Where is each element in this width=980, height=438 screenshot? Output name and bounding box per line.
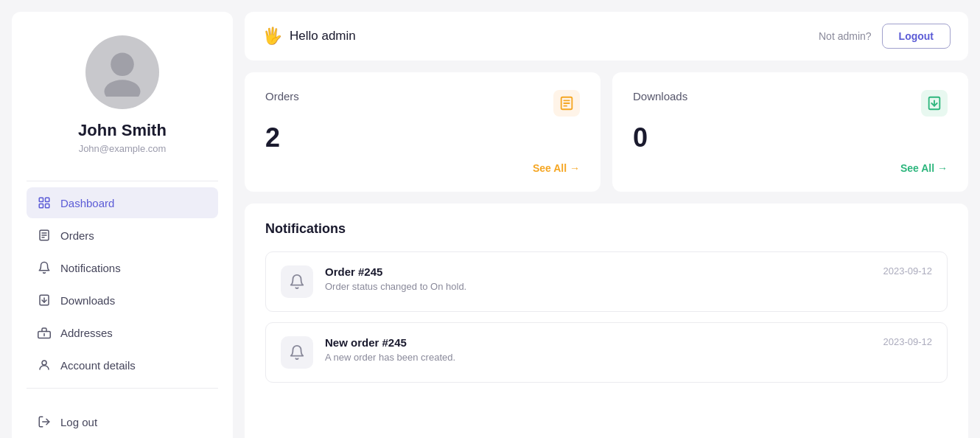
- sidebar-item-label-dashboard: Dashboard: [60, 197, 114, 209]
- sidebar-item-account-details[interactable]: Account details: [27, 350, 218, 380]
- addresses-icon: [37, 325, 52, 340]
- hello-text: Hello admin: [290, 29, 356, 44]
- notif-content-1: Order #245 Order status changed to On ho…: [325, 265, 932, 292]
- not-admin-text: Not admin?: [819, 30, 872, 42]
- sidebar-item-logout[interactable]: Log out: [27, 406, 218, 437]
- logout-icon: [37, 414, 52, 429]
- dashboard-icon: [37, 195, 52, 210]
- sidebar-item-dashboard[interactable]: Dashboard: [27, 187, 218, 218]
- nav-list: Dashboard Orders Notificatio: [27, 187, 218, 382]
- logout-button[interactable]: Logout: [882, 24, 951, 49]
- header-right: Not admin? Logout: [819, 24, 951, 49]
- user-email: John@example.com: [79, 143, 167, 154]
- stat-card-orders: Orders 2 See All →: [245, 72, 601, 192]
- sidebar-item-label-addresses: Addresses: [60, 327, 113, 339]
- notif-desc-2: A new order has been created.: [325, 352, 932, 363]
- sidebar-item-label-orders: Orders: [60, 229, 94, 242]
- notification-card-2: New order #245 A new order has been crea…: [265, 322, 948, 383]
- sidebar-item-label-account-details: Account details: [60, 359, 136, 372]
- downloads-icon: [37, 293, 52, 307]
- stat-card-downloads-header: Downloads: [633, 90, 948, 117]
- stat-label-orders: Orders: [265, 90, 299, 102]
- nav-divider-bottom: [27, 388, 218, 389]
- sidebar-item-orders[interactable]: Orders: [27, 220, 218, 251]
- sidebar-item-notifications[interactable]: Notifications: [27, 252, 218, 283]
- svg-point-14: [42, 361, 46, 365]
- avatar: [85, 35, 159, 109]
- notif-date-2: 2023-09-12: [883, 336, 933, 347]
- notif-title-1: Order #245: [325, 265, 932, 278]
- stat-value-orders: 2: [265, 122, 580, 153]
- notif-icon-wrap-2: [281, 336, 313, 369]
- user-name: John Smith: [78, 121, 167, 140]
- sidebar: John Smith John@example.com Dashboard: [12, 12, 233, 438]
- stat-value-downloads: 0: [633, 122, 948, 153]
- svg-rect-2: [39, 198, 43, 201]
- svg-rect-4: [39, 204, 43, 208]
- notifications-section: Notifications Order #245 Order status ch…: [245, 204, 968, 438]
- notifications-title: Notifications: [265, 221, 948, 237]
- stats-row: Orders 2 See All → Downloads: [245, 72, 968, 192]
- notif-date-1: 2023-09-12: [883, 265, 933, 277]
- nav-logout-list: Log out: [27, 394, 218, 438]
- notif-title-2: New order #245: [325, 336, 932, 349]
- bell-icon-2: [289, 344, 305, 361]
- account-details-icon: [37, 358, 52, 372]
- sidebar-item-label-notifications: Notifications: [60, 262, 121, 274]
- svg-point-1: [105, 80, 141, 97]
- hello-section: 🖐️ Hello admin: [262, 27, 356, 46]
- header-bar: 🖐️ Hello admin Not admin? Logout: [245, 12, 968, 60]
- sidebar-item-downloads[interactable]: Downloads: [27, 285, 218, 316]
- sidebar-item-addresses[interactable]: Addresses: [27, 317, 218, 348]
- stat-label-downloads: Downloads: [633, 90, 687, 102]
- svg-rect-5: [46, 204, 49, 208]
- orders-card-icon: [553, 90, 580, 117]
- notif-desc-1: Order status changed to On hold.: [325, 281, 932, 292]
- logout-label: Log out: [60, 416, 97, 428]
- notification-card-1: Order #245 Order status changed to On ho…: [265, 251, 948, 312]
- svg-rect-3: [46, 198, 49, 201]
- notifications-icon: [37, 260, 52, 275]
- stat-card-orders-header: Orders: [265, 90, 580, 117]
- see-all-orders[interactable]: See All →: [533, 162, 580, 174]
- see-all-downloads[interactable]: See All →: [900, 162, 948, 174]
- downloads-card-icon: [921, 90, 948, 117]
- bell-icon-1: [289, 274, 305, 290]
- sidebar-item-label-downloads: Downloads: [60, 294, 115, 307]
- stat-card-downloads: Downloads 0 See All →: [612, 72, 968, 192]
- nav-divider-top: [27, 181, 218, 181]
- main-content: 🖐️ Hello admin Not admin? Logout Orders: [245, 0, 980, 438]
- user-avatar-icon: [97, 45, 148, 100]
- wave-icon: 🖐️: [262, 27, 282, 46]
- notif-icon-wrap-1: [281, 265, 313, 298]
- svg-point-0: [111, 53, 134, 77]
- notif-content-2: New order #245 A new order has been crea…: [325, 336, 932, 363]
- orders-icon: [37, 228, 52, 243]
